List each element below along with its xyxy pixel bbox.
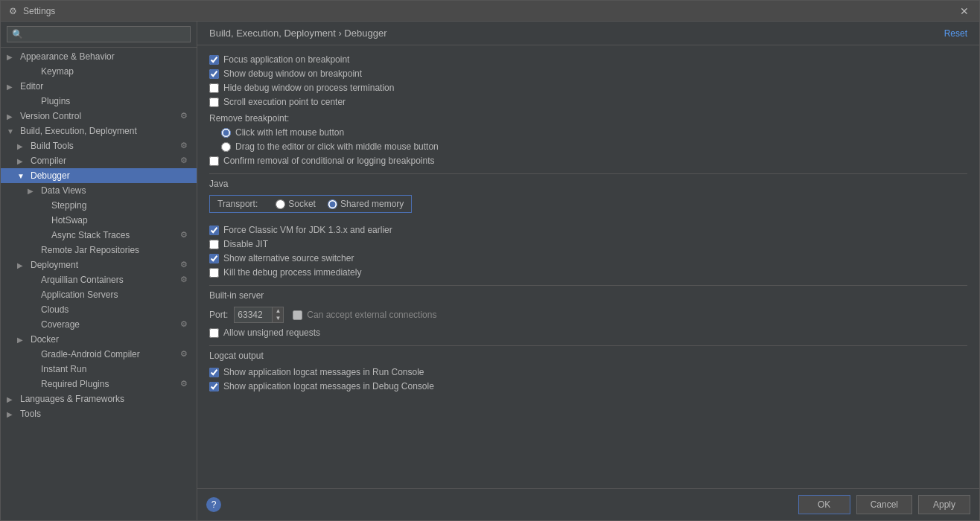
show-logcat-debug-label: Show application logcat messages in Debu…	[223, 381, 434, 391]
show-alt-source-checkbox[interactable]	[209, 254, 219, 263]
sidebar-item-compiler[interactable]: ▶Compiler⚙	[1, 153, 197, 168]
sidebar-item-instant-run[interactable]: Instant Run	[1, 362, 197, 377]
checkbox-row-show-logcat-debug: Show application logcat messages in Debu…	[209, 381, 967, 391]
arrow-icon: ▼	[7, 127, 17, 135]
gear-icon: ⚙	[180, 379, 191, 389]
sidebar-item-label: Async Stack Traces	[51, 230, 130, 240]
shared-memory-radio[interactable]	[328, 199, 337, 209]
hide-debug-window-label: Hide debug window on process termination	[223, 83, 394, 93]
show-logcat-debug-checkbox[interactable]	[209, 382, 219, 391]
sidebar-item-label: Arquillian Containers	[41, 275, 124, 285]
gear-icon: ⚙	[180, 319, 191, 330]
remove-breakpoint-radios: Click with left mouse buttonDrag to the …	[209, 127, 967, 152]
java-divider	[209, 173, 967, 174]
sidebar-item-data-views[interactable]: ▶Data Views	[1, 183, 197, 198]
sidebar-item-coverage[interactable]: Coverage⚙	[1, 317, 197, 332]
sidebar-item-version-control[interactable]: ▶Version Control⚙	[1, 109, 197, 124]
sidebar-item-clouds[interactable]: Clouds	[1, 302, 197, 317]
sidebar-item-docker[interactable]: ▶Docker	[1, 332, 197, 347]
port-up-button[interactable]: ▲	[273, 307, 283, 315]
scroll-exec-point-checkbox[interactable]	[209, 98, 219, 107]
sidebar-item-deployment[interactable]: ▶Deployment⚙	[1, 258, 197, 272]
main-panel: Build, Execution, Deployment › Debugger …	[197, 22, 979, 520]
sidebar-item-languages-frameworks[interactable]: ▶Languages & Frameworks	[1, 391, 197, 406]
sidebar-item-label: HotSwap	[51, 215, 88, 226]
sidebar-item-label: Keymap	[41, 66, 74, 77]
can-accept-checkbox[interactable]	[293, 310, 302, 320]
sidebar-item-label: Appearance & Behavior	[20, 51, 115, 62]
sidebar-item-appearance-behavior[interactable]: ▶Appearance & Behavior	[1, 49, 197, 64]
sidebar-item-label: Data Views	[41, 185, 86, 196]
sidebar: ▶Appearance & BehaviorKeymap▶EditorPlugi…	[1, 22, 197, 520]
port-down-button[interactable]: ▼	[273, 315, 283, 322]
sidebar-item-label: Instant Run	[41, 364, 86, 374]
sidebar-item-editor[interactable]: ▶Editor	[1, 79, 197, 94]
title-bar-text: Settings	[23, 6, 955, 16]
arrow-icon: ▼	[17, 172, 28, 180]
port-input-wrap: ▲ ▼	[234, 307, 284, 323]
built-in-server-label: Built-in server	[209, 290, 967, 301]
click-left-radio[interactable]	[221, 128, 231, 138]
port-input[interactable]	[235, 309, 272, 321]
confirm-removal-checkbox[interactable]	[209, 156, 219, 166]
gear-icon: ⚙	[180, 349, 191, 359]
gear-icon: ⚙	[180, 230, 191, 240]
drag-editor-radio[interactable]	[221, 142, 231, 152]
sidebar-item-keymap[interactable]: Keymap	[1, 64, 197, 79]
sidebar-item-label: Plugins	[41, 96, 70, 106]
can-accept-label: Can accept external connections	[293, 310, 436, 320]
sidebar-item-debugger[interactable]: ▼Debugger	[1, 168, 197, 183]
title-bar: ⚙ Settings ✕	[1, 1, 979, 22]
checkbox-row-kill-debug: Kill the debug process immediately	[209, 267, 967, 278]
sidebar-item-tools[interactable]: ▶Tools	[1, 406, 197, 421]
search-input[interactable]	[7, 26, 191, 42]
focus-app-checkbox[interactable]	[209, 55, 219, 65]
sidebar-item-application-servers[interactable]: Application Servers	[1, 287, 197, 302]
show-logcat-run-checkbox[interactable]	[209, 368, 219, 377]
arrow-icon: ▶	[7, 83, 17, 91]
checkbox-row-show-alt-source: Show alternative source switcher	[209, 253, 967, 263]
kill-debug-checkbox[interactable]	[209, 268, 219, 278]
gear-icon: ⚙	[180, 156, 191, 166]
kill-debug-label: Kill the debug process immediately	[223, 267, 361, 278]
general-checkboxes-section: Focus application on breakpointShow debu…	[209, 54, 967, 107]
show-debug-window-checkbox[interactable]	[209, 69, 219, 79]
sidebar-item-build-tools[interactable]: ▶Build Tools⚙	[1, 138, 197, 153]
help-button[interactable]: ?	[206, 497, 221, 512]
sidebar-tree: ▶Appearance & BehaviorKeymap▶EditorPlugi…	[1, 48, 197, 520]
gear-icon: ⚙	[180, 141, 191, 151]
port-label: Port:	[209, 310, 228, 320]
sidebar-item-stepping[interactable]: Stepping	[1, 198, 197, 213]
sidebar-item-hotswap[interactable]: HotSwap	[1, 213, 197, 228]
transport-label: Transport:	[217, 199, 258, 209]
ok-button[interactable]: OK	[798, 495, 850, 514]
sidebar-item-async-stack-traces[interactable]: Async Stack Traces⚙	[1, 228, 197, 243]
allow-unsigned-checkbox[interactable]	[209, 328, 219, 338]
sidebar-item-build-execution-deployment[interactable]: ▼Build, Execution, Deployment	[1, 124, 197, 138]
checkbox-row-hide-debug-window: Hide debug window on process termination	[209, 83, 967, 93]
sidebar-item-arquillian-containers[interactable]: Arquillian Containers⚙	[1, 272, 197, 287]
port-row: Port: ▲ ▼ Can accept external connection…	[209, 307, 967, 323]
sidebar-item-gradle-android-compiler[interactable]: Gradle-Android Compiler⚙	[1, 347, 197, 362]
remove-breakpoint-label: Remove breakpoint:	[209, 113, 967, 124]
cancel-button[interactable]: Cancel	[856, 495, 912, 514]
sidebar-item-label: Coverage	[41, 319, 80, 330]
socket-radio[interactable]	[276, 199, 285, 209]
socket-option: Socket	[276, 199, 316, 209]
sidebar-item-plugins[interactable]: Plugins	[1, 94, 197, 109]
settings-icon: ⚙	[7, 5, 19, 17]
radio-row-click-left: Click with left mouse button	[221, 127, 967, 138]
sidebar-item-label: Editor	[20, 81, 43, 92]
hide-debug-window-checkbox[interactable]	[209, 83, 219, 93]
close-button[interactable]: ✕	[955, 4, 973, 19]
reset-link[interactable]: Reset	[944, 28, 967, 39]
apply-button[interactable]: Apply	[918, 495, 970, 514]
sidebar-item-remote-jar-repositories[interactable]: Remote Jar Repositories	[1, 243, 197, 258]
sidebar-item-label: Application Servers	[41, 290, 118, 300]
arrow-icon: ▶	[7, 410, 17, 418]
sidebar-item-required-plugins[interactable]: Required Plugins⚙	[1, 377, 197, 391]
sidebar-item-label: Gradle-Android Compiler	[41, 349, 140, 359]
force-classic-vm-checkbox[interactable]	[209, 226, 219, 235]
sidebar-item-label: Version Control	[20, 111, 81, 121]
disable-jit-checkbox[interactable]	[209, 240, 219, 249]
